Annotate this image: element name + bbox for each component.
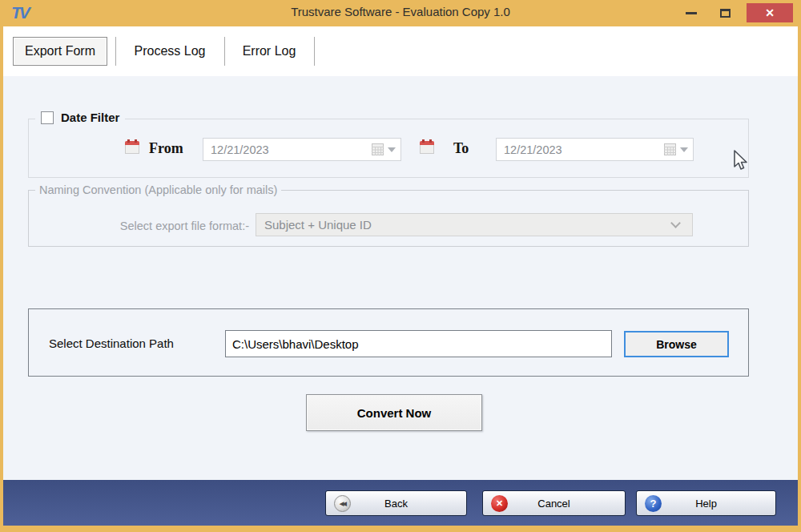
destination-panel: Select Destination Path Browse	[28, 308, 749, 377]
browse-button-label: Browse	[656, 338, 697, 351]
tab-separator	[224, 37, 225, 66]
from-date-input[interactable]	[203, 143, 372, 156]
browse-button[interactable]: Browse	[624, 331, 729, 357]
cancel-button[interactable]: ✕ Cancel	[482, 490, 626, 516]
date-filter-legend: Date Filter	[35, 111, 125, 124]
date-filter-group: Date Filter From	[28, 119, 749, 178]
close-button[interactable]: ✕	[747, 3, 793, 22]
calendar-icon	[420, 141, 434, 154]
title-bar: TV Trustvare Software - Evaluation Copy …	[0, 0, 801, 26]
help-button[interactable]: ? Help	[636, 490, 776, 516]
naming-convention-title: Naming Convention (Applicable only for m…	[35, 183, 281, 196]
help-icon: ?	[645, 495, 662, 512]
minimize-icon	[686, 12, 697, 14]
export-format-select: Subject + Unique ID	[256, 213, 693, 236]
naming-convention-group: Naming Convention (Applicable only for m…	[28, 190, 749, 247]
destination-path-input[interactable]	[225, 330, 612, 357]
minimize-button[interactable]	[679, 3, 703, 22]
tab-separator	[314, 37, 315, 66]
to-label: To	[453, 140, 469, 157]
dropdown-arrow-icon	[680, 147, 688, 152]
to-date-input[interactable]	[497, 143, 664, 156]
window-controls: ✕	[679, 3, 793, 22]
tab-process-log[interactable]: Process Log	[120, 37, 219, 66]
from-date-picker[interactable]	[203, 138, 401, 161]
close-icon: ✕	[765, 6, 775, 19]
footer-bar: ◀◀ Back ✕ Cancel ? Help	[3, 480, 798, 526]
cancel-icon: ✕	[491, 495, 508, 512]
calendar-grid-icon	[372, 143, 384, 155]
tab-error-log[interactable]: Error Log	[229, 37, 309, 66]
maximize-button[interactable]	[713, 3, 737, 22]
date-filter-checkbox[interactable]	[41, 111, 54, 124]
chevron-down-icon	[670, 218, 681, 228]
back-button-label: Back	[384, 498, 408, 510]
calendar-icon	[125, 141, 139, 154]
export-form-panel: Date Filter From	[3, 76, 798, 480]
back-icon: ◀◀	[334, 495, 351, 512]
tab-export-form[interactable]: Export Form	[13, 37, 107, 66]
from-date-dropdown[interactable]	[372, 143, 400, 155]
export-format-label: Select export file format:-	[61, 220, 249, 232]
to-date-dropdown[interactable]	[664, 143, 693, 155]
cancel-button-label: Cancel	[537, 498, 570, 510]
export-format-value: Subject + Unique ID	[256, 218, 672, 232]
convert-now-button[interactable]: Convert Now	[306, 394, 482, 431]
back-button[interactable]: ◀◀ Back	[325, 490, 467, 516]
tab-label: Export Form	[25, 44, 95, 58]
tab-label: Error Log	[243, 44, 296, 58]
convert-now-label: Convert Now	[357, 406, 432, 420]
tab-strip: Export Form Process Log Error Log	[3, 26, 798, 76]
date-filter-label: Date Filter	[61, 111, 119, 124]
help-button-label: Help	[695, 498, 717, 510]
to-date-picker[interactable]	[496, 138, 694, 161]
dropdown-arrow-icon	[388, 147, 396, 152]
from-label: From	[149, 140, 183, 157]
destination-label: Select Destination Path	[49, 337, 174, 350]
tab-label: Process Log	[135, 44, 206, 58]
tab-separator	[115, 37, 116, 66]
maximize-icon	[720, 9, 731, 18]
calendar-grid-icon	[664, 143, 676, 155]
app-window: TV Trustvare Software - Evaluation Copy …	[0, 0, 801, 532]
window-body: Export Form Process Log Error Log Date F…	[3, 26, 798, 526]
mouse-cursor	[731, 149, 749, 173]
